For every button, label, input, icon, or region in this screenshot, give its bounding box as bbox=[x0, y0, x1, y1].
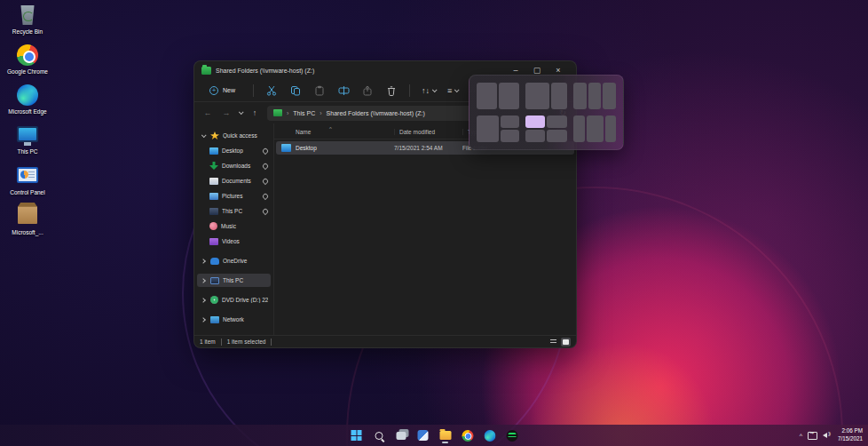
snap-layout-half-plus-quarters[interactable] bbox=[477, 115, 519, 142]
sidebar-item-onedrive[interactable]: OneDrive bbox=[197, 254, 271, 267]
chevron-down-icon bbox=[201, 132, 207, 138]
item-count: 1 item bbox=[200, 338, 216, 345]
this-pc-icon bbox=[210, 277, 219, 284]
windows-logo-icon bbox=[351, 430, 362, 441]
snap-layout-two-halves[interactable] bbox=[477, 83, 519, 109]
desktop-icon-control-panel[interactable]: Control Panel bbox=[4, 164, 51, 196]
chevron-right-icon bbox=[201, 317, 206, 323]
sidebar-item-downloads[interactable]: Downloads bbox=[197, 159, 271, 172]
chevron-down-icon bbox=[432, 87, 438, 92]
videos-icon bbox=[209, 238, 218, 245]
sidebar-item-this-pc-pinned[interactable]: This PC bbox=[197, 204, 271, 218]
star-icon bbox=[210, 131, 219, 139]
snap-layout-three-columns[interactable] bbox=[573, 83, 616, 109]
column-header-name[interactable]: ^ Name bbox=[274, 129, 394, 135]
widgets-icon bbox=[418, 430, 429, 441]
recent-locations-chevron[interactable] bbox=[239, 109, 244, 115]
navigation-pane: Quick access Desktop Downloads Documents bbox=[194, 123, 274, 335]
sidebar-item-network[interactable]: Network bbox=[197, 313, 271, 326]
file-list: ^ Name Date modified Type Desktop 7/15/2… bbox=[274, 123, 576, 335]
paste-button[interactable] bbox=[313, 84, 326, 97]
view-dropdown[interactable]: ≡ bbox=[447, 86, 458, 95]
taskbar-center-icons bbox=[349, 425, 520, 446]
snap-cell-hovered[interactable] bbox=[525, 115, 546, 128]
desktop-icon-microsoft-package[interactable]: Microsoft_... bbox=[4, 204, 51, 236]
toolbar-divider bbox=[409, 84, 410, 97]
pin-icon bbox=[262, 162, 269, 169]
desktop-icon-column: Recycle Bin Google Chrome Microsoft Edge… bbox=[4, 4, 51, 244]
music-icon bbox=[209, 222, 217, 230]
new-button-label: New bbox=[223, 87, 235, 93]
delete-button[interactable] bbox=[385, 84, 398, 97]
desktop-icon-label: Google Chrome bbox=[7, 68, 48, 76]
volume-icon[interactable] bbox=[823, 433, 827, 438]
hidden-icons-chevron[interactable]: ^ bbox=[800, 433, 802, 439]
sidebar-item-music[interactable]: Music bbox=[197, 219, 271, 233]
new-button[interactable]: + New bbox=[203, 84, 241, 98]
clock[interactable]: 2:06 PM 7/15/2021 bbox=[838, 427, 863, 443]
pin-icon bbox=[262, 147, 269, 154]
cut-button[interactable] bbox=[265, 84, 278, 97]
sidebar-item-documents[interactable]: Documents bbox=[197, 174, 271, 187]
file-name: Desktop bbox=[296, 145, 317, 151]
desktop-icon-this-pc[interactable]: This PC bbox=[4, 123, 51, 155]
desktop-icon-label: Microsoft Edge bbox=[8, 108, 46, 115]
taskbar: ^ 2:06 PM 7/15/2021 bbox=[0, 425, 868, 446]
sort-dropdown[interactable]: ↑↓ bbox=[422, 86, 436, 95]
pin-icon bbox=[262, 192, 269, 199]
pin-icon bbox=[262, 207, 269, 214]
chevron-down-icon bbox=[454, 87, 460, 92]
status-divider bbox=[221, 338, 222, 346]
large-icons-view-button[interactable] bbox=[561, 338, 571, 346]
list-view-icon bbox=[550, 339, 556, 345]
chrome-taskbar-button[interactable] bbox=[460, 427, 476, 443]
sidebar-item-this-pc[interactable]: This PC bbox=[197, 274, 271, 287]
search-button[interactable] bbox=[371, 427, 387, 443]
desktop-icon-recycle-bin[interactable]: Recycle Bin bbox=[4, 4, 51, 36]
desktop-icon-label: This PC bbox=[17, 148, 37, 155]
sidebar-item-dvd-drive[interactable]: DVD Drive (D:) 2200 bbox=[197, 293, 271, 307]
desktop-icon-microsoft-edge[interactable]: Microsoft Edge bbox=[4, 84, 51, 115]
tray-time: 2:06 PM bbox=[838, 427, 863, 435]
sidebar-item-desktop[interactable]: Desktop bbox=[197, 144, 271, 157]
status-divider bbox=[271, 338, 272, 346]
breadcrumb-this-pc[interactable]: This PC bbox=[293, 110, 315, 116]
sort-icon: ↑↓ bbox=[422, 86, 430, 95]
task-view-button[interactable] bbox=[393, 427, 409, 443]
snap-layout-center-wide-three[interactable] bbox=[573, 115, 616, 142]
start-button[interactable] bbox=[349, 427, 365, 443]
share-button[interactable] bbox=[361, 84, 374, 97]
desktop-icon-google-chrome[interactable]: Google Chrome bbox=[4, 44, 51, 76]
snap-layout-two-thirds-split[interactable] bbox=[525, 83, 568, 109]
chrome-icon bbox=[462, 430, 473, 442]
package-icon bbox=[16, 204, 39, 227]
recycle-bin-icon bbox=[16, 4, 39, 27]
green-app-taskbar-button[interactable] bbox=[504, 427, 520, 443]
details-view-button[interactable] bbox=[548, 338, 558, 346]
selection-count: 1 item selected bbox=[227, 338, 266, 345]
thumbnail-view-icon bbox=[563, 339, 569, 345]
plus-icon: + bbox=[209, 86, 218, 95]
status-bar: 1 item 1 item selected bbox=[194, 335, 576, 347]
paste-icon bbox=[314, 85, 325, 96]
column-header-date-modified[interactable]: Date modified bbox=[394, 129, 462, 135]
this-pc-icon bbox=[209, 208, 218, 215]
up-button[interactable]: ↑ bbox=[249, 108, 261, 117]
sidebar-item-videos[interactable]: Videos bbox=[197, 235, 271, 248]
sidebar-item-quick-access[interactable]: Quick access bbox=[197, 129, 271, 142]
toolbar-divider bbox=[253, 84, 254, 97]
network-tray-icon[interactable] bbox=[808, 432, 817, 440]
widgets-button[interactable] bbox=[415, 427, 431, 443]
edge-taskbar-button[interactable] bbox=[482, 427, 498, 443]
snap-layout-quad[interactable] bbox=[525, 115, 568, 142]
rename-button[interactable] bbox=[337, 84, 350, 97]
back-button[interactable]: ← bbox=[201, 108, 214, 117]
breadcrumb-shared-folders[interactable]: Shared Folders (\\vmware-host) (Z:) bbox=[327, 110, 425, 116]
sidebar-item-pictures[interactable]: Pictures bbox=[197, 189, 271, 203]
file-explorer-taskbar-button[interactable] bbox=[438, 427, 454, 443]
copy-button[interactable] bbox=[289, 84, 302, 97]
pictures-icon bbox=[209, 193, 218, 200]
edge-icon bbox=[484, 430, 495, 442]
forward-button[interactable]: → bbox=[220, 108, 233, 117]
explorer-content: Quick access Desktop Downloads Documents bbox=[194, 123, 576, 335]
